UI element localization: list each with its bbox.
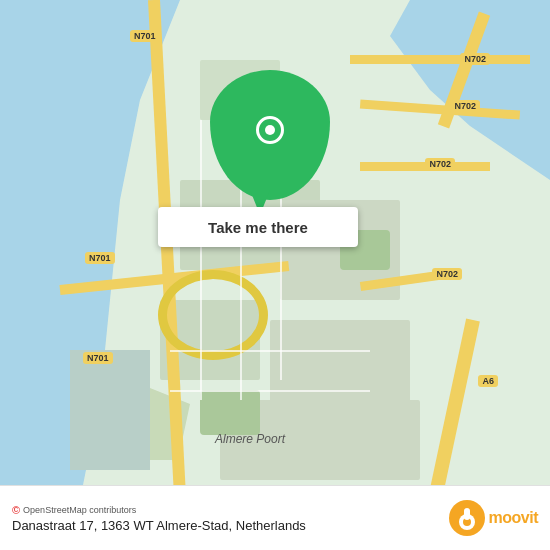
osm-copyright-symbol: © — [12, 504, 20, 516]
n702-label-1: N702 — [460, 53, 490, 65]
n702-label-2: N702 — [450, 100, 480, 112]
address-label: Danastraat 17, 1363 WT Almere-Stad, Neth… — [12, 518, 449, 533]
local-road-h1 — [170, 350, 370, 352]
take-me-there-button[interactable]: Take me there — [158, 207, 358, 247]
n701-label-top: N701 — [130, 30, 160, 42]
svg-rect-3 — [464, 508, 470, 520]
a6-label: A6 — [478, 375, 498, 387]
take-me-there-label: Take me there — [208, 219, 308, 236]
n702-label-4: N702 — [432, 268, 462, 280]
urban-block-5 — [270, 320, 410, 410]
shore-water-detail — [70, 350, 150, 470]
n702-label-3: N702 — [425, 158, 455, 170]
local-road-h2 — [170, 390, 370, 392]
moovit-icon — [449, 500, 485, 536]
moovit-text: moovit — [489, 509, 538, 527]
osm-copyright-text: OpenStreetMap contributors — [23, 505, 136, 515]
bottom-bar: © OpenStreetMap contributors Danastraat … — [0, 485, 550, 550]
green-2 — [200, 390, 260, 435]
map-container: N701 N701 N701 N702 N702 N702 N702 A6 Al… — [0, 0, 550, 550]
pin-icon — [256, 116, 284, 144]
n702-road-1 — [350, 55, 530, 64]
almere-poort-label: Almere Poort — [215, 432, 285, 446]
n701-label-bot: N701 — [83, 352, 113, 364]
balloon-shape — [210, 70, 330, 200]
roundabout — [158, 270, 268, 360]
moovit-logo: moovit — [449, 500, 538, 536]
n701-label-mid: N701 — [85, 252, 115, 264]
